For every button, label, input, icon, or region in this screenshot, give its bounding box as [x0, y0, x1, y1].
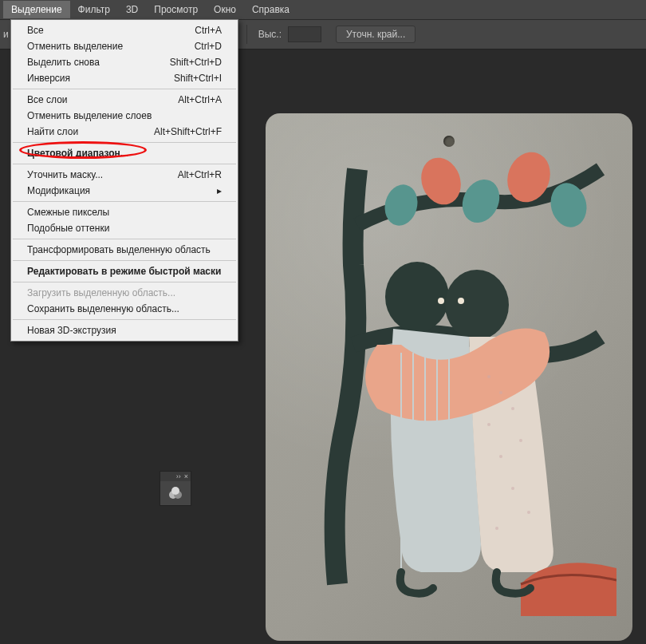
menu-item-label: Подобные оттенки — [27, 223, 109, 234]
svg-point-14 — [487, 375, 490, 378]
menu-separator — [13, 282, 236, 282]
menu-item-label: Все слои — [27, 94, 68, 105]
menu-item[interactable]: Все слоиAlt+Ctrl+A — [11, 92, 238, 108]
svg-point-21 — [527, 511, 530, 514]
menu-item: Загрузить выделенную область... — [11, 285, 238, 301]
menubar: Выделение Фильтр 3D Просмотр Окно Справк… — [0, 0, 646, 19]
svg-point-17 — [487, 423, 490, 426]
menu-item-shortcut: Alt+Ctrl+A — [178, 94, 222, 105]
submenu-arrow-icon: ▸ — [217, 185, 222, 196]
menu-item[interactable]: ВсеCtrl+A — [11, 22, 238, 38]
menu-selection[interactable]: Выделение — [3, 1, 70, 18]
refine-edge-button[interactable]: Уточн. край... — [336, 26, 416, 43]
artwork-board — [266, 113, 632, 641]
menu-item[interactable]: Сохранить выделенную область... — [11, 301, 238, 317]
menu-item[interactable]: Выделить сноваShift+Ctrl+D — [11, 54, 238, 70]
svg-point-6 — [445, 270, 509, 340]
menu-separator — [13, 201, 236, 202]
menu-separator — [13, 239, 236, 239]
menu-item-label: Редактировать в режиме быстрой маски — [27, 266, 221, 277]
menu-item-shortcut: Shift+Ctrl+D — [170, 57, 222, 68]
menu-item-label: Смежные пикселы — [27, 207, 109, 218]
menu-view[interactable]: Просмотр — [146, 1, 206, 18]
height-input[interactable] — [288, 26, 321, 42]
floating-panel[interactable]: ›› × — [160, 471, 191, 506]
menu-item-label: Уточнить маску... — [27, 169, 103, 180]
menu-item-label: Сохранить выделенную область... — [27, 303, 179, 314]
menu-item-shortcut: Alt+Shift+Ctrl+F — [154, 126, 222, 137]
menu-item[interactable]: Найти слоиAlt+Shift+Ctrl+F — [11, 124, 238, 140]
menu-item-label: Новая 3D-экструзия — [27, 325, 116, 336]
menu-item-label: Отменить выделение слоев — [27, 110, 152, 121]
svg-point-18 — [519, 439, 522, 442]
menu-item-shortcut: Ctrl+A — [195, 25, 222, 36]
floating-panel-header[interactable]: ›› × — [160, 472, 191, 481]
menu-item-label: Все — [27, 25, 44, 36]
menu-item-label: Отменить выделение — [27, 41, 123, 52]
menu-item-label: Загрузить выделенную область... — [27, 287, 175, 298]
menu-separator — [13, 260, 236, 261]
svg-point-25 — [171, 487, 179, 495]
svg-point-15 — [499, 391, 502, 394]
menu-item[interactable]: Отменить выделениеCtrl+D — [11, 38, 238, 54]
menu-item-label: Цветовой диапазон... — [27, 148, 128, 159]
svg-point-4 — [380, 181, 422, 230]
expand-icon[interactable]: ›› — [176, 472, 181, 480]
menu-separator — [13, 164, 236, 164]
menu-item-label: Инверсия — [27, 73, 70, 84]
menu-item-shortcut: Shift+Ctrl+I — [174, 73, 222, 84]
separator — [246, 25, 247, 44]
menu-item[interactable]: Смежные пикселы — [11, 204, 238, 220]
menu-item[interactable]: Трансформировать выделенную область — [11, 242, 238, 258]
artwork-illustration — [282, 137, 616, 616]
menu-3d[interactable]: 3D — [118, 1, 146, 18]
menu-item-label: Трансформировать выделенную область — [27, 244, 211, 255]
close-icon[interactable]: × — [184, 472, 188, 480]
svg-point-8 — [458, 298, 464, 304]
menu-item-shortcut: Ctrl+D — [195, 41, 222, 52]
svg-point-19 — [499, 455, 502, 458]
menu-item[interactable]: Уточнить маску...Alt+Ctrl+R — [11, 167, 238, 183]
svg-point-1 — [455, 173, 506, 228]
menu-item-shortcut: Alt+Ctrl+R — [178, 169, 222, 180]
svg-point-16 — [511, 407, 514, 410]
svg-point-5 — [385, 262, 449, 332]
cropped-label: и — [3, 29, 9, 40]
menu-item-label: Модификация — [27, 185, 90, 196]
menu-filter[interactable]: Фильтр — [70, 1, 118, 18]
menu-item-label: Выделить снова — [27, 57, 100, 68]
menu-item[interactable]: Новая 3D-экструзия — [11, 322, 238, 338]
menu-item-label: Найти слои — [27, 126, 78, 137]
menu-window[interactable]: Окно — [206, 1, 244, 18]
selection-dropdown: ВсеCtrl+AОтменить выделениеCtrl+DВыделит… — [10, 19, 238, 342]
svg-point-20 — [511, 487, 514, 490]
menu-item[interactable]: Цветовой диапазон... — [11, 145, 238, 161]
menu-item[interactable]: Модификация▸ — [11, 183, 238, 199]
menu-separator — [13, 319, 236, 320]
menu-item[interactable]: Отменить выделение слоев — [11, 108, 238, 124]
svg-point-22 — [495, 527, 498, 530]
menu-help[interactable]: Справка — [244, 1, 297, 18]
svg-point-7 — [438, 298, 444, 304]
menu-item[interactable]: Редактировать в режиме быстрой маски — [11, 263, 238, 279]
menu-separator — [13, 142, 236, 143]
height-label: Выс.: — [258, 29, 282, 40]
menu-item[interactable]: Подобные оттенки — [11, 220, 238, 236]
menu-separator — [13, 89, 236, 89]
color-wheel-icon[interactable] — [167, 485, 183, 501]
menu-item[interactable]: ИнверсияShift+Ctrl+I — [11, 70, 238, 86]
